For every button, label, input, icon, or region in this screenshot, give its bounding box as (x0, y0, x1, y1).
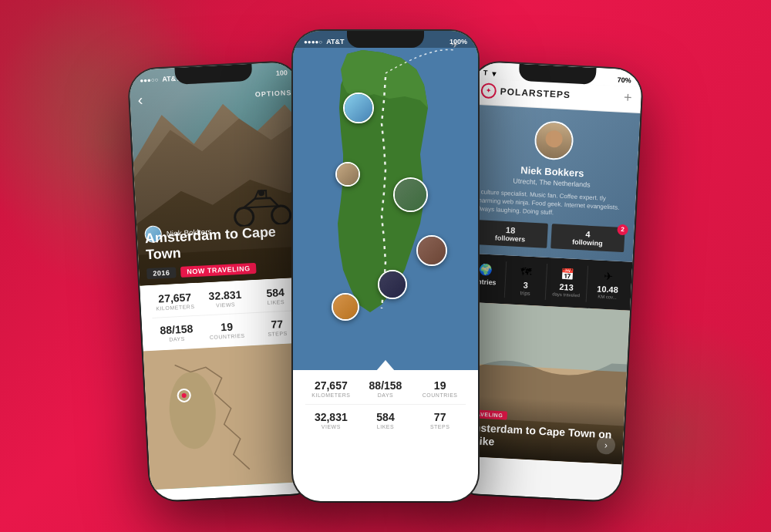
profile-bio: o culture specialist. Music fan. Coffee … (474, 187, 626, 221)
following-badge: 2 (617, 224, 628, 235)
phone1-time: 10:14 (217, 71, 239, 81)
stat-item: 19 COUNTRIES (414, 379, 466, 398)
stat-value: 27,657 (305, 379, 357, 392)
km-icon: ✈ (591, 269, 626, 283)
phone2-signal: ●●●●○ (304, 39, 322, 45)
options-button[interactable]: OPTIONS (255, 89, 292, 98)
photo-bubble-1-bg (345, 94, 372, 122)
phone3-signal-area: T ▾ (483, 69, 497, 78)
stat-item: 77 STEPS (414, 411, 466, 429)
stat-item: 88/158 DAYS (153, 322, 201, 343)
stat-item: 584 LIKES (360, 411, 412, 429)
phone3-profile: Niek Bokkers Utrecht, The Netherlands o … (463, 105, 641, 262)
stat-value: 27,657 (151, 291, 199, 305)
stat-item: 19 COUNTRIES (203, 319, 251, 340)
following-button[interactable]: 4 following 2 (550, 224, 625, 252)
phone1-carrier: AT&T (162, 75, 180, 83)
photo-bubble-3 (393, 177, 428, 212)
km-value: 10.48 (590, 284, 625, 295)
stat-value: 32.831 (201, 288, 249, 302)
days-stat: 📅 213 days traveled (546, 264, 588, 302)
phone3-travel-stats: 🌍 cntries 🗺 3 trips 📅 213 days traveled … (460, 253, 632, 310)
trips-stat: 🗺 3 trips (505, 261, 547, 300)
phone3-trip-card[interactable]: TRAVELING Amsterdam to Cape Town on a Bi… (453, 301, 630, 464)
follow-stats-row: 18 followers 4 following 2 (473, 220, 625, 252)
avatar-face (535, 122, 572, 159)
photo-bubble-3-bg (395, 179, 426, 210)
back-button[interactable]: ‹ (137, 91, 143, 109)
phone2-battery-area: 100% (449, 38, 467, 45)
phone1-year-tag: 2016 (146, 267, 177, 279)
stat-value: 88/158 (153, 322, 200, 337)
phone3-time: 10:14 (546, 72, 568, 82)
polarsteps-logo: ✦ POLARSTEPS (480, 82, 571, 103)
profile-avatar (534, 120, 574, 161)
trip-title: Amsterdam to Cape Town on a Bike (463, 421, 614, 455)
stat-item: 32.831 VIEWS (201, 288, 250, 308)
phone2-stats: 27,657 KILOMETERS 88/158 DAYS 19 COUNTRI… (293, 370, 478, 442)
trips-value: 3 (508, 279, 543, 290)
photo-bubble-6 (378, 270, 407, 299)
stat-value: 77 (414, 411, 466, 423)
phone2-carrier: AT&T (326, 38, 344, 45)
days-value: 213 (549, 281, 584, 292)
phone3-wifi-icon: ▾ (492, 69, 497, 77)
stat-value: 32,831 (305, 411, 357, 423)
km-stat: ✈ 10.48 KM cov... (587, 265, 629, 304)
trip-card-overlay: TRAVELING Amsterdam to Cape Town on a Bi… (453, 395, 625, 464)
phone2-map: ✈ (293, 31, 478, 370)
photo-bubble-4-bg (418, 237, 446, 264)
phone1-hero: ‹ OPTIONS Niek Bokkers Amsterdam to Cape… (129, 62, 309, 286)
phone2-battery: 100% (449, 38, 467, 45)
phone1-signal: ●●●○○ AT&T (140, 75, 180, 85)
stats-divider (152, 310, 300, 318)
stat-label: KILOMETERS (305, 392, 357, 398)
phone1-stats-grid-2: 88/158 DAYS 19 COUNTRIES 77 STEPS (153, 317, 301, 343)
followers-label: followers (495, 234, 526, 243)
phone-right: T ▾ 10:14 70% ✦ POLARSTEPS + (450, 62, 642, 502)
stat-value: 584 (251, 285, 299, 300)
photo-bubble-5 (332, 293, 359, 321)
phone2-map-svg: ✈ (293, 31, 478, 370)
phone2-time: 10:14 (390, 37, 412, 46)
phone-center-screen: ●●●●○ AT&T ▾ 10:14 100% (293, 31, 478, 501)
phone1-stats-grid: 27,657 KILOMETERS 32.831 VIEWS 584 LIKES (151, 285, 300, 311)
followers-button[interactable]: 18 followers (473, 220, 547, 248)
stat-label: DAYS (360, 392, 412, 398)
following-label: following (572, 237, 603, 247)
phone3-carrier: T (483, 69, 488, 76)
phone2-stats-divider (305, 404, 466, 405)
photo-bubble-1 (343, 93, 374, 123)
svg-rect-16 (457, 301, 630, 372)
days-icon: 📅 (550, 267, 584, 281)
trips-icon: 🗺 (509, 264, 544, 278)
phone2-stats-grid-1: 27,657 KILOMETERS 88/158 DAYS 19 COUNTRI… (305, 379, 466, 398)
photo-bubble-2-bg (337, 163, 359, 185)
photo-bubble-4 (416, 235, 447, 266)
phone3-battery: 70% (617, 76, 631, 84)
photo-bubble-2 (335, 162, 360, 187)
stat-label: VIEWS (305, 424, 357, 429)
polarsteps-icon: ✦ (480, 82, 497, 99)
stat-label: LIKES (360, 424, 412, 429)
phone2-signal-area: ●●●●○ AT&T ▾ (304, 38, 353, 46)
phone3-battery-area: 70% (617, 76, 631, 84)
phones-container: ●●●○○ AT&T 10:14 100 (0, 0, 771, 532)
stat-value: 584 (360, 411, 412, 423)
stat-item: 88/158 DAYS (360, 379, 412, 398)
add-button[interactable]: + (624, 89, 633, 106)
phone2-stats-grid-2: 32,831 VIEWS 584 LIKES 77 STEPS (305, 411, 466, 429)
stat-value: 19 (203, 319, 251, 334)
map-triangle-indicator (376, 360, 395, 370)
stat-value: 88/158 (360, 379, 412, 392)
phone-left: ●●●○○ AT&T 10:14 100 (129, 62, 321, 502)
phone-center: ●●●●○ AT&T ▾ 10:14 100% (293, 31, 478, 501)
phone2-status-bar: ●●●●○ AT&T ▾ 10:14 100% (293, 31, 478, 48)
stat-value: 19 (414, 379, 466, 392)
km-label: KM cov... (590, 294, 625, 300)
phone1-signal-dots: ●●●○○ (140, 76, 159, 84)
trips-label: trips (508, 289, 542, 296)
stat-label: COUNTRIES (414, 392, 466, 398)
phone1-trip-title: Amsterdam to Cape Town (144, 223, 300, 264)
phone2-wifi: ▾ (349, 38, 353, 46)
